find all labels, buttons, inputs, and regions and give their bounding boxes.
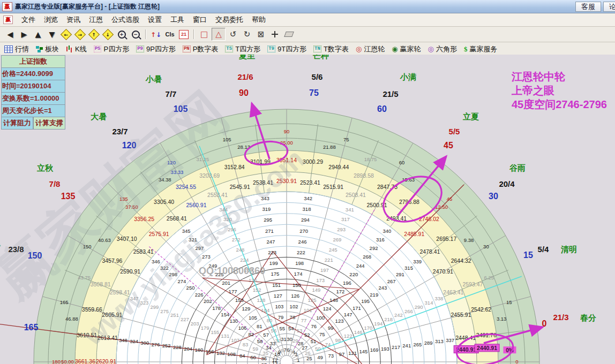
- svg-text:99: 99: [328, 325, 334, 331]
- menu-item-7[interactable]: 窗口: [189, 14, 211, 26]
- menu-item-5[interactable]: 设置: [144, 14, 166, 26]
- ribbon-item-p-table[interactable]: PNP数字表: [183, 44, 218, 54]
- svg-text:50.00: 50.00: [61, 359, 74, 364]
- rotate-ccw-button[interactable]: ↺: [227, 28, 239, 40]
- menu-item-2[interactable]: 资讯: [62, 14, 85, 26]
- shift-up-button[interactable]: ↑: [87, 28, 100, 40]
- calc-resistance-button[interactable]: 计算阻力: [1, 117, 33, 130]
- svg-text:104: 104: [261, 307, 269, 313]
- ribbon-item-9t-square[interactable]: T99T四方形: [267, 44, 306, 54]
- menu-item-8[interactable]: 交易委托: [211, 14, 248, 26]
- svg-text:7/8: 7/8: [49, 179, 61, 188]
- svg-text:244: 244: [356, 263, 365, 269]
- titlebar-button-forum[interactable]: 论坛: [603, 2, 615, 12]
- svg-text:154: 154: [221, 312, 229, 317]
- svg-text:228: 228: [173, 344, 182, 350]
- shift-down-button[interactable]: ↓: [101, 28, 114, 40]
- nav-right-button[interactable]: ▶: [18, 28, 31, 40]
- title-bar[interactable]: 赢 赢家江恩专业版[赢家服务平台] - [上证指数 江恩轮] 客服论坛: [0, 0, 615, 13]
- zoom-out-button[interactable]: −: [129, 28, 142, 40]
- svg-text:立秋: 立秋: [36, 163, 54, 172]
- nav-up-icon: ▲: [35, 30, 41, 39]
- svg-text:45度空间2746-2796: 45度空间2746-2796: [512, 98, 607, 110]
- svg-text:75: 75: [319, 331, 325, 337]
- nav-up-button[interactable]: ▲: [32, 28, 44, 40]
- svg-text:立夏: 立夏: [462, 112, 479, 121]
- triangle-tool-button[interactable]: △: [212, 28, 226, 41]
- symbol-value-row-0: 价格=2440.9099: [1, 68, 65, 80]
- svg-text:45: 45: [447, 196, 453, 202]
- svg-text:29: 29: [292, 338, 298, 344]
- svg-text:338: 338: [434, 295, 443, 301]
- ribbon-item-quotes[interactable]: 行情: [4, 44, 29, 54]
- menu-item-4[interactable]: 公式选股: [107, 14, 144, 26]
- svg-text:128: 128: [257, 297, 266, 303]
- svg-text:124: 124: [323, 306, 332, 312]
- svg-text:196: 196: [343, 280, 351, 286]
- svg-text:2440.91: 2440.91: [477, 345, 497, 351]
- menu-item-1[interactable]: 浏览: [40, 14, 62, 26]
- ribbon-item-hexagon[interactable]: ◎六角形: [428, 44, 457, 54]
- ribbon-item-sectors[interactable]: 板块: [36, 44, 59, 54]
- menu-item-6[interactable]: 工具: [166, 14, 189, 26]
- svg-text:242: 242: [394, 312, 403, 318]
- ribbon-item-t-table[interactable]: TNT数字表: [313, 44, 349, 54]
- svg-text:小满: 小满: [400, 72, 416, 81]
- nav-down-icon: ▼: [49, 30, 55, 39]
- ribbon-item-9p-square[interactable]: P99P四方形: [136, 44, 176, 54]
- square-tool-button[interactable]: □: [198, 28, 211, 40]
- quotes-label: 行情: [15, 44, 29, 54]
- svg-text:2644.32: 2644.32: [451, 257, 471, 264]
- svg-text:3457.96: 3457.96: [102, 257, 122, 264]
- select-box-button[interactable]: ⊠: [254, 28, 267, 40]
- menu-item-0[interactable]: 文件: [17, 14, 40, 26]
- svg-text:275: 275: [160, 308, 169, 314]
- svg-text:3661.36: 3661.36: [75, 358, 95, 364]
- nav-down-button[interactable]: ▼: [46, 28, 58, 40]
- kline-label: K线: [75, 44, 87, 54]
- ribbon-item-t-square[interactable]: TST四方形: [225, 44, 260, 54]
- menu-item-3[interactable]: 江恩: [85, 14, 107, 26]
- svg-text:265: 265: [414, 342, 422, 347]
- svg-text:269: 269: [333, 237, 341, 242]
- eraser-button[interactable]: [282, 28, 295, 40]
- crosshair-button[interactable]: [268, 28, 281, 40]
- svg-text:84: 84: [239, 353, 245, 359]
- ribbon-item-p-square[interactable]: PSP四方形: [94, 44, 129, 54]
- p-table-label: P数字表: [193, 44, 219, 54]
- calendar-button[interactable]: 21: [177, 28, 190, 40]
- 9t-square-icon: T9: [267, 46, 275, 52]
- menu-item-9[interactable]: 帮助: [248, 14, 270, 26]
- svg-text:78: 78: [290, 314, 296, 320]
- svg-text:130: 130: [230, 318, 238, 324]
- svg-text:293: 293: [337, 226, 346, 232]
- svg-text:127: 127: [274, 293, 282, 299]
- sort-updown-button[interactable]: ↑↓: [149, 28, 162, 40]
- main-toolbar: ◀▶▲▼←→↑↓+−↑↓Cls21□△↺↻⊠: [0, 27, 615, 42]
- svg-text:90: 90: [284, 128, 290, 134]
- ribbon-item-gann-wheel[interactable]: ◎江恩轮: [356, 44, 385, 54]
- svg-text:2620.91: 2620.91: [96, 358, 116, 364]
- titlebar-button-service[interactable]: 客服: [575, 2, 601, 12]
- svg-text:131: 131: [221, 333, 229, 339]
- nav-left-button[interactable]: ◀: [4, 28, 17, 40]
- shift-left-button[interactable]: ←: [59, 28, 72, 40]
- shift-right-button[interactable]: →: [73, 28, 86, 40]
- calc-support-button[interactable]: 计算支撑: [33, 117, 65, 130]
- eraser-icon: [284, 32, 294, 37]
- svg-text:77: 77: [301, 317, 307, 323]
- zoom-in-button[interactable]: +: [115, 28, 128, 40]
- ribbon-item-kline[interactable]: K线: [66, 44, 87, 54]
- ribbon-item-winner-service[interactable]: $赢家服务: [464, 44, 498, 54]
- gann-wheel-chart[interactable]: 1234567891011121325262728293031323334353…: [0, 55, 615, 364]
- svg-text:165: 165: [60, 299, 69, 305]
- rotate-cw-button[interactable]: ↻: [241, 28, 253, 40]
- svg-text:194: 194: [374, 321, 382, 327]
- svg-text:180: 180: [52, 359, 61, 364]
- svg-text:266: 266: [404, 308, 413, 314]
- cls-button[interactable]: Cls: [163, 28, 176, 40]
- ribbon-item-winner-wheel[interactable]: ◉赢家轮: [392, 44, 421, 54]
- svg-text:芒种: 芒种: [312, 55, 329, 60]
- rotate-ccw-icon: ↺: [230, 29, 237, 39]
- svg-text:121: 121: [348, 350, 357, 356]
